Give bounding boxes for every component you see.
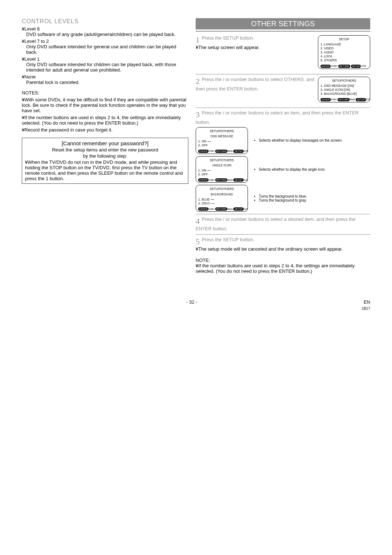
osd-foot-label: Back bbox=[227, 208, 233, 210]
osd-background-box: SETUP/OTHERS BACKGROUND 1. BLUE 2. GRAY … bbox=[196, 185, 248, 212]
divider bbox=[196, 234, 370, 235]
note-heading: NOTE: bbox=[196, 258, 370, 263]
password-step: ¥When the TV/DVD do not run in the DVD m… bbox=[25, 159, 185, 181]
osd-item: 2. OFF bbox=[198, 143, 245, 147]
step-3-text: 3 Press the / or number buttons to selec… bbox=[196, 110, 370, 125]
osd-items: 1. LANGUAGE 2. VIDEO 3. AUDIO 4. LOCK 5.… bbox=[320, 42, 368, 62]
level-text: DVD software of any grade (adult/general… bbox=[26, 32, 188, 37]
osd-setup-box: SETUP 1. LANGUAGE 2. VIDEO 3. AUDIO 4. L… bbox=[318, 35, 370, 69]
control-levels-heading: CONTROL LEVELS bbox=[22, 18, 188, 25]
levels-list: ¥Level 8 DVD software of any grade (adul… bbox=[22, 26, 188, 85]
title-underline bbox=[196, 31, 370, 32]
osd-item: 2. VIDEO bbox=[320, 46, 368, 50]
step-number: 5 bbox=[196, 237, 200, 246]
level-label: ¥Level 1 bbox=[22, 56, 188, 62]
step-line: Press the SETUP button. bbox=[202, 237, 254, 242]
level-item: ¥None Parental lock is canceled. bbox=[22, 74, 188, 85]
step-number: 2 bbox=[196, 77, 200, 86]
osd-foot-label: Exit bbox=[244, 179, 248, 181]
osd-foot-label: Enter bbox=[331, 98, 337, 101]
step-line: Press the SETUP button. bbox=[202, 35, 254, 41]
footer-code: 1B17 bbox=[362, 307, 370, 311]
step-5-text: 5 Press the SETUP button. ¥The setup mod… bbox=[196, 237, 370, 252]
enter-pill: ENTER bbox=[198, 207, 208, 211]
return-pill: RETURN bbox=[338, 65, 350, 68]
osd-title: SETUP/OTHERS bbox=[198, 187, 245, 191]
osd-foot-label: Exit bbox=[244, 150, 248, 152]
panel-desc-text: Turns the background to blue. bbox=[259, 194, 370, 198]
level-text: Only DVD software intended for children … bbox=[26, 62, 188, 73]
osd-foot-label: Exit bbox=[362, 65, 366, 67]
osd-foot-label: Enter bbox=[208, 208, 215, 210]
step-2: 2 Press the / or number buttons to selec… bbox=[196, 77, 370, 102]
note-item: ¥Record the password in case you forget … bbox=[22, 127, 188, 133]
divider bbox=[196, 108, 370, 108]
osd-footer: ENTEREnter RETURNBack SETUPExit bbox=[198, 178, 245, 182]
setup-pill: SETUP bbox=[233, 207, 244, 211]
level-label: ¥None bbox=[22, 74, 188, 80]
step-line: Press the / or number buttons to select … bbox=[196, 110, 359, 125]
osd-foot-label: Back bbox=[227, 150, 233, 152]
step-4-text: 4 Press the / or number buttons to selec… bbox=[196, 216, 370, 231]
osd-item: 3. BACKGROUND [BLUE] bbox=[320, 92, 368, 96]
osd-sub: OSD MESSAGE bbox=[198, 134, 245, 138]
osd-foot-label: Enter bbox=[331, 65, 338, 67]
step-2-text: 2 Press the / or number buttons to selec… bbox=[196, 77, 315, 92]
notes-heading: NOTES: bbox=[22, 90, 188, 96]
panel-desc: Turns the background to blue. Turns the … bbox=[251, 194, 370, 202]
level-text: Parental lock is canceled. bbox=[26, 80, 188, 85]
osd-osdmessage-box: SETUP/OTHERS OSD MESSAGE 1. ON 2. OFF EN… bbox=[196, 127, 248, 154]
panel-desc-text: Selects whether to display messages on t… bbox=[259, 138, 370, 142]
osd-angleicon-box: SETUP/OTHERS ANGLE ICON 1. ON 2. OFF ENT… bbox=[196, 156, 248, 183]
osd-title: SETUP/OTHERS bbox=[198, 158, 245, 162]
setup-pill: SETUP bbox=[233, 178, 244, 182]
osd-footer: ENTEREnter RETURNBack SETUPExit bbox=[320, 98, 368, 101]
level-text: Only DVD software intended for general u… bbox=[26, 44, 188, 55]
return-pill: RETURN bbox=[338, 98, 350, 101]
left-column: CONTROL LEVELS ¥Level 8 DVD software of … bbox=[22, 18, 188, 274]
osd-foot-label: Enter bbox=[208, 179, 215, 181]
osd-foot-label: Exit bbox=[366, 98, 370, 101]
step3-panel-osd-message: SETUP/OTHERS OSD MESSAGE 1. ON 2. OFF EN… bbox=[196, 127, 370, 154]
note-item: ¥If the number buttons are used in steps… bbox=[22, 115, 188, 126]
osd-foot-label: Back bbox=[227, 179, 233, 181]
password-reset-line: Reset the setup items and enter the new … bbox=[25, 147, 185, 153]
osd-title: SETUP bbox=[320, 37, 368, 41]
note-text: ¥If the number buttons are used in steps… bbox=[196, 263, 370, 274]
level-item: ¥Level 1 Only DVD software intended for … bbox=[22, 56, 188, 73]
password-box: [Cannot remember your password?] Reset t… bbox=[22, 138, 188, 184]
osd-item: 1. BLUE bbox=[198, 198, 245, 202]
osd-sub: ANGLE ICON bbox=[198, 163, 245, 167]
osd-title: SETUP/OTHERS bbox=[198, 129, 245, 133]
osd-items: 1. ON 2. OFF bbox=[198, 169, 245, 177]
step-1: 1 Press the SETUP button. ¥The setup scr… bbox=[196, 35, 370, 69]
osd-item: 1. LANGUAGE bbox=[320, 42, 368, 46]
panel-desc-text: Turns the background to gray. bbox=[259, 198, 370, 202]
page-footer: - 32 - EN 1B17 bbox=[22, 299, 370, 312]
level-label: ¥Level 8 bbox=[22, 26, 188, 32]
right-column: OTHER SETTINGS 1 Press the SETUP button.… bbox=[196, 18, 370, 274]
step3-panel-angle-icon: SETUP/OTHERS ANGLE ICON 1. ON 2. OFF ENT… bbox=[196, 156, 370, 183]
osd-item: 3. AUDIO bbox=[320, 50, 368, 54]
divider bbox=[196, 74, 370, 74]
footer-right: EN 1B17 bbox=[362, 299, 370, 312]
osd-item: 2. ANGLE ICON [ON] bbox=[320, 88, 368, 92]
osd-foot-label: Exit bbox=[244, 208, 248, 210]
setup-pill: SETUP bbox=[233, 150, 244, 153]
step-number: 3 bbox=[196, 110, 200, 119]
osd-item: 4. LOCK bbox=[320, 54, 368, 58]
divider bbox=[196, 214, 370, 214]
panel-desc: Selects whether to display the angle ico… bbox=[251, 167, 370, 171]
panel-desc-text: Selects whether to display the angle ico… bbox=[259, 167, 370, 171]
level-item: ¥Level 7 to 2 Only DVD software intended… bbox=[22, 39, 188, 55]
osd-footer: ENTER Enter RETURN SETUP Exit bbox=[320, 64, 368, 68]
setup-pill: SETUP bbox=[351, 65, 361, 68]
osd-item: 1. ON bbox=[198, 169, 245, 173]
osd-item: 5. OTHERS bbox=[320, 58, 368, 62]
osd-sub: BACKGROUND bbox=[198, 193, 245, 197]
return-pill: RETURN bbox=[215, 178, 227, 182]
notes-list: ¥With some DVDs, it may be difficult to … bbox=[22, 97, 188, 133]
osd-items: 1. BLUE 2. GRAY bbox=[198, 198, 245, 206]
password-reset-line: by the following step: bbox=[25, 153, 185, 159]
level-label: ¥Level 7 to 2 bbox=[22, 39, 188, 44]
